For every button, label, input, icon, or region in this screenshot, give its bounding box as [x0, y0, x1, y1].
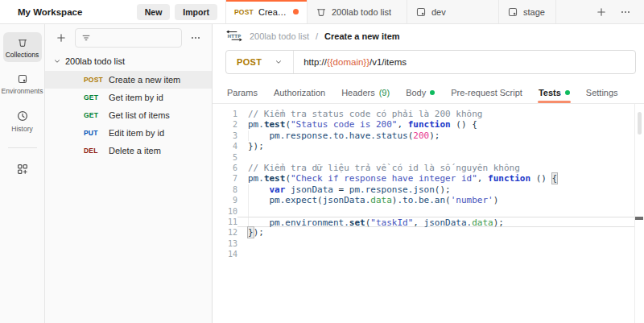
line-content — [237, 249, 634, 259]
url-text-segment: http:// — [303, 57, 327, 67]
url-input[interactable]: http://{{domain}}/v1/items — [294, 57, 635, 67]
unsaved-changes-dot — [293, 9, 299, 14]
tab-options-button[interactable] — [617, 3, 634, 21]
request-tab-label: Pre-request Script — [451, 88, 522, 97]
line-number: 6 — [213, 163, 237, 173]
rail-divider — [8, 147, 37, 148]
new-button[interactable]: New — [137, 4, 171, 20]
cursor-position-marker — [635, 217, 643, 220]
line-content: }); — [237, 227, 634, 238]
request-tab-tests[interactable]: Tests — [530, 82, 578, 103]
request-tab-params[interactable]: Params — [219, 82, 266, 103]
request-tab-settings[interactable]: Settings — [578, 82, 626, 103]
rail-items: CollectionsEnvironmentsHistory — [3, 32, 42, 136]
request-tab-body[interactable]: Body — [398, 82, 443, 103]
code-lines: 1// Kiểm tra status code có phải là 200 … — [213, 109, 644, 259]
collection-row[interactable]: 200lab todo list — [45, 52, 212, 71]
code-line-7[interactable]: 7pm.test("Check if response have integer… — [213, 173, 644, 184]
request-method-label: PUT — [84, 129, 105, 137]
code-line-1[interactable]: 1// Kiểm tra status code có phải là 200 … — [213, 109, 644, 119]
code-line-14[interactable]: 14 — [213, 249, 644, 259]
indent-guide — [248, 184, 249, 195]
filter-icon — [81, 33, 91, 43]
request-tab-label: Authorization — [274, 88, 325, 97]
line-content: pm.test("Check if response have integer … — [237, 173, 634, 184]
line-content: }); — [237, 141, 634, 151]
line-number: 14 — [213, 249, 237, 259]
tests-code-editor[interactable]: 1// Kiểm tra status code có phải là 200 … — [213, 104, 644, 323]
code-line-8[interactable]: 8 var jsonData = pm.response.json(); — [213, 184, 644, 195]
code-line-11[interactable]: 11 pm.environment.set("taskId", jsonData… — [213, 217, 644, 227]
tab-dev[interactable]: dev — [407, 0, 499, 23]
breadcrumb-collection[interactable]: 200lab todo list — [250, 31, 309, 41]
line-number: 7 — [213, 173, 237, 184]
collection-name: 200lab todo list — [65, 56, 125, 66]
method-select[interactable]: POST — [226, 51, 293, 73]
code-line-6[interactable]: 6// Kiểm tra dữ liệu trả về có id là số … — [213, 163, 644, 173]
environment-icon — [507, 6, 518, 18]
indent-guide — [248, 130, 249, 141]
line-number: 13 — [213, 238, 237, 249]
import-button[interactable]: Import — [175, 4, 217, 20]
code-line-3[interactable]: 3 pm.response.to.have.status(200); — [213, 130, 644, 141]
line-content: pm.test("Status code is 200", function (… — [237, 119, 634, 130]
editor-overview-ruler[interactable] — [634, 104, 644, 323]
line-number: 12 — [213, 227, 237, 238]
code-line-5[interactable]: 5 — [213, 152, 644, 163]
request-method-label: DEL — [84, 147, 105, 155]
request-tab-pre-request-script[interactable]: Pre-request Script — [443, 82, 530, 103]
request-tabs: ParamsAuthorizationHeaders(9)BodyPre-req… — [213, 82, 644, 104]
add-tab-button[interactable] — [592, 3, 610, 21]
line-content: // Kiểm tra status code có phải là 200 k… — [237, 109, 634, 119]
tab-method-label: POST — [234, 8, 254, 16]
line-number: 1 — [213, 109, 237, 119]
sidebar-rail: CollectionsEnvironmentsHistory — [0, 24, 45, 323]
scrollbar-thumb[interactable] — [638, 112, 642, 135]
rail-item-more-panels[interactable] — [3, 158, 42, 179]
tab-tools — [583, 0, 644, 23]
workspace-actions: New Import — [137, 4, 221, 20]
rail-item-history[interactable]: History — [3, 105, 42, 136]
code-line-13[interactable]: 13 — [213, 238, 644, 249]
request-item-get-list-of-items[interactable]: GETGet list of items — [45, 106, 212, 124]
request-tab-label: Headers — [341, 88, 375, 97]
code-line-10[interactable]: 10 — [213, 206, 644, 217]
tab-create-a-new-item[interactable]: POSTCreate a new item — [226, 0, 308, 23]
filter-input[interactable] — [75, 28, 182, 48]
indent-guide — [248, 195, 249, 205]
line-number: 5 — [213, 152, 237, 163]
request-tab-count: (9) — [379, 88, 390, 97]
code-line-9[interactable]: 9 pm.expect(jsonData.data).to.be.an('num… — [213, 195, 644, 205]
request-item-get-item-by-id[interactable]: GETGet item by id — [45, 89, 212, 106]
tab-label: dev — [431, 7, 446, 17]
line-content: pm.environment.set("taskId", jsonData.da… — [237, 217, 634, 227]
request-list: POSTCreate a new itemGETGet item by idGE… — [45, 71, 212, 159]
line-content: pm.response.to.have.status(200); — [237, 130, 634, 141]
tab-stage[interactable]: stage — [499, 0, 556, 23]
breadcrumb-separator: / — [316, 31, 318, 41]
code-line-12[interactable]: 12}); — [213, 227, 644, 238]
postman-app: My Workspace New Import POSTCreate a new… — [0, 0, 644, 323]
rail-item-environments[interactable]: Environments — [3, 68, 42, 98]
request-method-label: GET — [84, 111, 105, 119]
sidebar-options-button[interactable] — [188, 30, 204, 46]
green-status-dot — [430, 90, 435, 95]
request-item-delete-a-item[interactable]: DELDelete a item — [45, 142, 212, 159]
tab-200lab-todo-list[interactable]: 200lab todo list — [308, 0, 407, 23]
request-tab-headers[interactable]: Headers(9) — [333, 82, 398, 103]
request-method-label: POST — [84, 76, 105, 84]
new-collection-button[interactable] — [53, 30, 69, 46]
request-tab-authorization[interactable]: Authorization — [266, 82, 333, 103]
request-item-edit-item-by-id[interactable]: PUTEdit item by id — [45, 124, 212, 142]
rail-item-collections[interactable]: Collections — [3, 32, 42, 62]
code-line-2[interactable]: 2pm.test("Status code is 200", function … — [213, 119, 644, 130]
chevron-down-icon[interactable] — [53, 57, 61, 65]
request-item-create-a-new-item[interactable]: POSTCreate a new item — [45, 71, 212, 89]
breadcrumb-request-name[interactable]: Create a new item — [324, 31, 400, 41]
request-method-label: GET — [84, 93, 105, 101]
line-number: 11 — [213, 217, 237, 227]
rail-item-label: Environments — [2, 87, 43, 95]
line-number: 9 — [213, 195, 237, 205]
code-line-4[interactable]: 4}); — [213, 141, 644, 151]
workspace-name[interactable]: My Workspace — [18, 7, 82, 17]
